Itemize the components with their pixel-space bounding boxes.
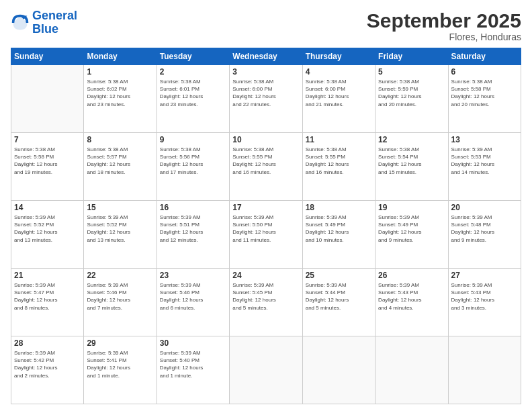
calendar-table: Sunday Monday Tuesday Wednesday Thursday… <box>11 48 521 404</box>
table-row <box>302 336 375 404</box>
table-row: 17Sunrise: 5:39 AM Sunset: 5:50 PM Dayli… <box>230 201 302 269</box>
day-number: 3 <box>232 67 299 77</box>
col-monday: Monday <box>84 48 157 65</box>
table-row: 23Sunrise: 5:39 AM Sunset: 5:46 PM Dayli… <box>157 269 229 336</box>
table-row: 19Sunrise: 5:39 AM Sunset: 5:49 PM Dayli… <box>375 201 448 269</box>
day-info: Sunrise: 5:39 AM Sunset: 5:53 PM Dayligh… <box>451 146 518 176</box>
table-row: 14Sunrise: 5:39 AM Sunset: 5:52 PM Dayli… <box>11 201 84 269</box>
table-row: 9Sunrise: 5:38 AM Sunset: 5:56 PM Daylig… <box>157 133 229 201</box>
day-number: 15 <box>87 203 153 212</box>
table-row <box>11 65 84 133</box>
table-row: 12Sunrise: 5:38 AM Sunset: 5:54 PM Dayli… <box>375 133 448 201</box>
day-info: Sunrise: 5:39 AM Sunset: 5:52 PM Dayligh… <box>14 214 81 244</box>
table-row <box>448 336 521 404</box>
table-row: 6Sunrise: 5:38 AM Sunset: 5:58 PM Daylig… <box>448 65 521 133</box>
day-info: Sunrise: 5:39 AM Sunset: 5:49 PM Dayligh… <box>378 214 445 244</box>
table-row <box>230 336 302 404</box>
day-info: Sunrise: 5:39 AM Sunset: 5:45 PM Dayligh… <box>232 281 299 312</box>
location-subtitle: Flores, Honduras <box>367 32 521 42</box>
table-row: 24Sunrise: 5:39 AM Sunset: 5:45 PM Dayli… <box>230 269 302 336</box>
day-info: Sunrise: 5:39 AM Sunset: 5:46 PM Dayligh… <box>160 281 226 312</box>
week-row-0: 1Sunrise: 5:38 AM Sunset: 6:02 PM Daylig… <box>11 65 521 133</box>
page: General Blue September 2025 Flores, Hond… <box>0 0 532 411</box>
day-number: 27 <box>451 271 518 280</box>
day-info: Sunrise: 5:38 AM Sunset: 5:56 PM Dayligh… <box>160 146 226 176</box>
day-number: 21 <box>14 271 81 280</box>
logo-icon <box>11 13 30 32</box>
table-row: 27Sunrise: 5:39 AM Sunset: 5:43 PM Dayli… <box>448 269 521 336</box>
day-info: Sunrise: 5:38 AM Sunset: 6:00 PM Dayligh… <box>306 78 372 108</box>
table-row: 5Sunrise: 5:38 AM Sunset: 5:59 PM Daylig… <box>375 65 448 133</box>
table-row: 16Sunrise: 5:39 AM Sunset: 5:51 PM Dayli… <box>157 201 229 269</box>
table-row: 10Sunrise: 5:38 AM Sunset: 5:55 PM Dayli… <box>230 133 302 201</box>
day-number: 2 <box>160 67 226 77</box>
table-row: 13Sunrise: 5:39 AM Sunset: 5:53 PM Dayli… <box>448 133 521 201</box>
day-number: 17 <box>232 203 299 212</box>
day-number: 5 <box>378 67 445 77</box>
day-info: Sunrise: 5:38 AM Sunset: 6:01 PM Dayligh… <box>160 78 226 108</box>
day-info: Sunrise: 5:39 AM Sunset: 5:43 PM Dayligh… <box>378 281 445 312</box>
day-number: 28 <box>14 338 81 348</box>
day-info: Sunrise: 5:38 AM Sunset: 5:58 PM Dayligh… <box>14 146 81 176</box>
day-info: Sunrise: 5:39 AM Sunset: 5:44 PM Dayligh… <box>306 281 372 312</box>
day-info: Sunrise: 5:39 AM Sunset: 5:50 PM Dayligh… <box>232 214 299 244</box>
col-tuesday: Tuesday <box>157 48 229 65</box>
table-row: 21Sunrise: 5:39 AM Sunset: 5:47 PM Dayli… <box>11 269 84 336</box>
day-number: 26 <box>378 271 445 280</box>
table-row: 4Sunrise: 5:38 AM Sunset: 6:00 PM Daylig… <box>302 65 375 133</box>
day-info: Sunrise: 5:39 AM Sunset: 5:52 PM Dayligh… <box>87 214 153 244</box>
day-number: 25 <box>306 271 372 280</box>
week-row-1: 7Sunrise: 5:38 AM Sunset: 5:58 PM Daylig… <box>11 133 521 201</box>
day-info: Sunrise: 5:38 AM Sunset: 5:55 PM Dayligh… <box>306 146 372 176</box>
day-info: Sunrise: 5:39 AM Sunset: 5:46 PM Dayligh… <box>87 281 153 312</box>
day-number: 10 <box>232 135 299 144</box>
table-row: 3Sunrise: 5:38 AM Sunset: 6:00 PM Daylig… <box>230 65 302 133</box>
logo-line2: Blue <box>32 23 77 36</box>
col-thursday: Thursday <box>302 48 375 65</box>
week-row-3: 21Sunrise: 5:39 AM Sunset: 5:47 PM Dayli… <box>11 269 521 336</box>
table-row: 11Sunrise: 5:38 AM Sunset: 5:55 PM Dayli… <box>302 133 375 201</box>
day-number: 11 <box>306 135 372 144</box>
logo: General Blue <box>11 9 77 36</box>
table-row: 8Sunrise: 5:38 AM Sunset: 5:57 PM Daylig… <box>84 133 157 201</box>
col-saturday: Saturday <box>448 48 521 65</box>
table-row: 25Sunrise: 5:39 AM Sunset: 5:44 PM Dayli… <box>302 269 375 336</box>
day-number: 16 <box>160 203 226 212</box>
table-row: 30Sunrise: 5:39 AM Sunset: 5:40 PM Dayli… <box>157 336 229 404</box>
table-row: 22Sunrise: 5:39 AM Sunset: 5:46 PM Dayli… <box>84 269 157 336</box>
col-friday: Friday <box>375 48 448 65</box>
day-info: Sunrise: 5:39 AM Sunset: 5:43 PM Dayligh… <box>451 281 518 312</box>
day-number: 23 <box>160 271 226 280</box>
table-row: 29Sunrise: 5:39 AM Sunset: 5:41 PM Dayli… <box>84 336 157 404</box>
header-row: Sunday Monday Tuesday Wednesday Thursday… <box>11 48 521 65</box>
day-info: Sunrise: 5:38 AM Sunset: 6:02 PM Dayligh… <box>87 78 153 108</box>
table-row: 15Sunrise: 5:39 AM Sunset: 5:52 PM Dayli… <box>84 201 157 269</box>
day-info: Sunrise: 5:39 AM Sunset: 5:49 PM Dayligh… <box>306 214 372 244</box>
day-info: Sunrise: 5:38 AM Sunset: 5:59 PM Dayligh… <box>378 78 445 108</box>
day-info: Sunrise: 5:38 AM Sunset: 5:58 PM Dayligh… <box>451 78 518 108</box>
col-wednesday: Wednesday <box>230 48 302 65</box>
table-row <box>375 336 448 404</box>
day-number: 29 <box>87 338 153 348</box>
table-row: 28Sunrise: 5:39 AM Sunset: 5:42 PM Dayli… <box>11 336 84 404</box>
table-row: 26Sunrise: 5:39 AM Sunset: 5:43 PM Dayli… <box>375 269 448 336</box>
day-number: 7 <box>14 135 81 144</box>
table-row: 1Sunrise: 5:38 AM Sunset: 6:02 PM Daylig… <box>84 65 157 133</box>
table-row: 20Sunrise: 5:39 AM Sunset: 5:48 PM Dayli… <box>448 201 521 269</box>
title-section: September 2025 Flores, Honduras <box>367 9 521 42</box>
month-title: September 2025 <box>367 9 521 32</box>
day-info: Sunrise: 5:39 AM Sunset: 5:47 PM Dayligh… <box>14 281 81 312</box>
table-row: 7Sunrise: 5:38 AM Sunset: 5:58 PM Daylig… <box>11 133 84 201</box>
day-number: 19 <box>378 203 445 212</box>
day-number: 12 <box>378 135 445 144</box>
day-info: Sunrise: 5:38 AM Sunset: 6:00 PM Dayligh… <box>232 78 299 108</box>
day-info: Sunrise: 5:39 AM Sunset: 5:48 PM Dayligh… <box>451 214 518 244</box>
day-number: 1 <box>87 67 153 77</box>
col-sunday: Sunday <box>11 48 84 65</box>
day-number: 30 <box>160 338 226 348</box>
day-number: 22 <box>87 271 153 280</box>
day-info: Sunrise: 5:39 AM Sunset: 5:42 PM Dayligh… <box>14 349 81 379</box>
header: General Blue September 2025 Flores, Hond… <box>11 9 521 42</box>
day-info: Sunrise: 5:39 AM Sunset: 5:40 PM Dayligh… <box>160 349 226 379</box>
week-row-4: 28Sunrise: 5:39 AM Sunset: 5:42 PM Dayli… <box>11 336 521 404</box>
